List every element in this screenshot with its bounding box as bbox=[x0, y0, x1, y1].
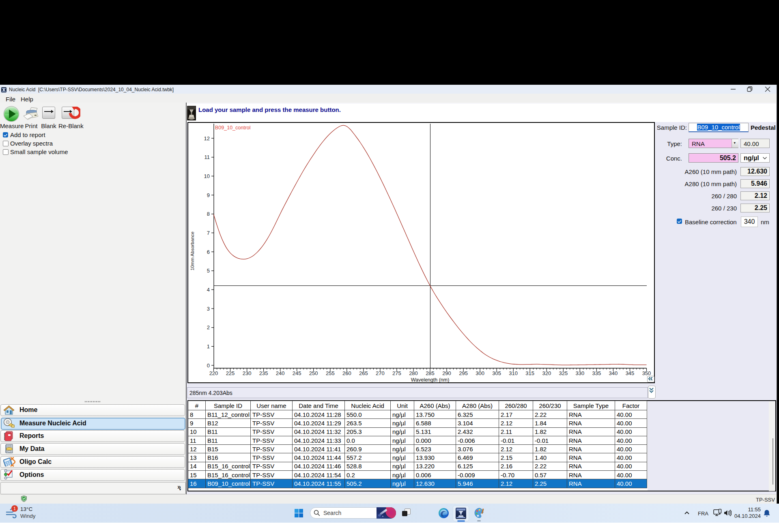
svg-text:280: 280 bbox=[409, 370, 418, 376]
svg-text:340: 340 bbox=[609, 370, 618, 376]
svg-text:12: 12 bbox=[204, 135, 210, 142]
svg-text:10mm Absorbance: 10mm Absorbance bbox=[190, 232, 195, 270]
svg-text:245: 245 bbox=[293, 370, 301, 376]
svg-text:330: 330 bbox=[575, 370, 584, 376]
svg-text:230: 230 bbox=[243, 370, 252, 376]
svg-text:7: 7 bbox=[207, 230, 210, 236]
svg-text:350: 350 bbox=[642, 370, 651, 376]
svg-text:235: 235 bbox=[259, 370, 268, 376]
svg-text:275: 275 bbox=[392, 370, 401, 376]
svg-text:295: 295 bbox=[459, 370, 468, 376]
svg-text:265: 265 bbox=[359, 370, 368, 376]
svg-text:9: 9 bbox=[207, 192, 210, 198]
svg-text:335: 335 bbox=[592, 370, 601, 376]
svg-text:6: 6 bbox=[207, 249, 210, 255]
svg-text:310: 310 bbox=[509, 370, 518, 376]
svg-text:285: 285 bbox=[426, 370, 435, 376]
svg-text:1: 1 bbox=[207, 343, 210, 350]
svg-text:3: 3 bbox=[207, 306, 210, 312]
svg-text:250: 250 bbox=[309, 370, 318, 376]
svg-text:B09_10_control: B09_10_control bbox=[215, 125, 251, 131]
svg-text:225: 225 bbox=[226, 370, 235, 376]
svg-text:4: 4 bbox=[207, 287, 210, 293]
svg-text:270: 270 bbox=[376, 370, 385, 376]
svg-text:345: 345 bbox=[626, 370, 635, 376]
svg-text:10: 10 bbox=[204, 173, 210, 179]
svg-text:300: 300 bbox=[476, 370, 484, 376]
svg-text:305: 305 bbox=[492, 370, 501, 376]
svg-text:220: 220 bbox=[209, 370, 218, 376]
svg-text:255: 255 bbox=[326, 370, 335, 376]
svg-text:2: 2 bbox=[207, 324, 210, 330]
svg-text:11: 11 bbox=[204, 154, 210, 160]
svg-text:320: 320 bbox=[542, 370, 551, 376]
svg-text:8: 8 bbox=[207, 211, 210, 217]
svg-text:325: 325 bbox=[559, 370, 568, 376]
svg-text:240: 240 bbox=[276, 370, 285, 376]
svg-text:315: 315 bbox=[525, 370, 534, 376]
svg-text:290: 290 bbox=[442, 370, 451, 376]
svg-text:Wavelength (nm): Wavelength (nm) bbox=[411, 377, 450, 382]
svg-text:260: 260 bbox=[342, 370, 351, 376]
svg-text:0: 0 bbox=[207, 363, 210, 369]
svg-text:5: 5 bbox=[207, 268, 210, 274]
